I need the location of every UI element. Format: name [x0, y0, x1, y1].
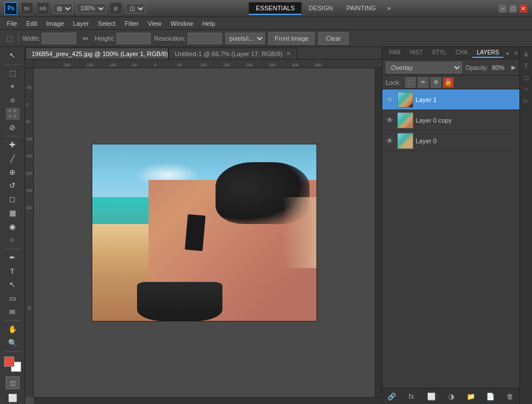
menu-window[interactable]: Window: [166, 19, 198, 28]
panel-tab-hist[interactable]: HIST: [405, 48, 428, 58]
layer-adjustment-button[interactable]: ◑: [445, 391, 457, 402]
menu-image[interactable]: Image: [42, 19, 69, 28]
edge-btn-2[interactable]: T: [521, 61, 531, 71]
foreground-color-swatch[interactable]: [4, 356, 14, 367]
workspace-painting[interactable]: PAINTING: [339, 2, 382, 15]
tool-notes[interactable]: ✉: [6, 305, 19, 318]
view-select[interactable]: ◫: [126, 3, 146, 14]
canvas-container[interactable]: [34, 68, 375, 397]
layer-item-2[interactable]: 👁 Layer 0 copy: [382, 110, 519, 131]
scrollbar-vertical[interactable]: [375, 68, 382, 397]
workspace-more[interactable]: »: [383, 2, 396, 15]
menu-filter[interactable]: Filter: [120, 19, 143, 28]
window-minimize[interactable]: −: [499, 5, 507, 13]
tool-zoom-tool[interactable]: 🔍: [6, 337, 19, 350]
color-swatches[interactable]: [4, 356, 21, 372]
lock-position-button[interactable]: ✒: [418, 77, 428, 88]
tool-arrow[interactable]: ↖: [6, 49, 19, 62]
menu-file[interactable]: File: [2, 19, 22, 28]
tool-healing[interactable]: ✚: [6, 139, 19, 151]
tool-type[interactable]: T: [6, 265, 19, 277]
tool-crop[interactable]: ⛶: [6, 108, 19, 120]
layer-2-visibility[interactable]: 👁: [385, 115, 395, 125]
tab-1[interactable]: 196854_prev_425.jpg @ 100% (Layer 1, RGB…: [25, 48, 169, 59]
pixels-select[interactable]: pixels/i...: [225, 33, 265, 44]
scrollbar-horizontal[interactable]: [34, 397, 382, 404]
tool-marquee-rect[interactable]: ⬚: [6, 67, 19, 80]
layer-delete-button[interactable]: 🗑: [504, 391, 516, 402]
panel-expand-left[interactable]: ◂: [503, 49, 511, 57]
layer-item-3[interactable]: 👁 Layer 0: [382, 131, 519, 151]
workspace-essentials[interactable]: ESSENTIALS: [249, 2, 302, 15]
resolution-input[interactable]: [187, 33, 222, 44]
layer-link-button[interactable]: 🔗: [386, 391, 397, 402]
menu-view[interactable]: View: [143, 19, 166, 28]
lock-move-button[interactable]: ✥: [431, 77, 441, 88]
height-input[interactable]: [116, 33, 151, 44]
layer-mask-button[interactable]: ⬜: [425, 391, 437, 402]
workspace-design[interactable]: DESIGN: [302, 2, 339, 15]
opacity-value: 80%: [492, 64, 508, 71]
layer-fx-button[interactable]: fx: [406, 391, 417, 402]
tab-2[interactable]: Untitled-1 @ 66.7% (Layer 17, RGB/8) ✕: [169, 48, 297, 59]
panel-tab-cha[interactable]: CHA: [451, 48, 472, 58]
edge-btn-1[interactable]: A: [521, 49, 531, 60]
screen-mode-tool[interactable]: ⬜: [6, 391, 19, 404]
menu-edit[interactable]: Edit: [22, 19, 42, 28]
menu-select[interactable]: Select: [93, 19, 120, 28]
lock-pixels-button[interactable]: ⬚: [405, 77, 416, 88]
ruler-v-tick: 150: [26, 154, 33, 158]
tool-pen[interactable]: ✒: [6, 252, 19, 264]
blend-mode-select[interactable]: Overlay Normal Multiply Screen: [386, 62, 462, 73]
tool-clone[interactable]: ⊕: [6, 166, 19, 178]
tool-separator-1: [4, 64, 21, 65]
layer-3-visibility[interactable]: 👁: [385, 136, 395, 146]
zoom-select[interactable]: 100% 50% 200%: [76, 3, 106, 14]
screen-mode-button[interactable]: ⊞: [109, 2, 122, 15]
front-image-button[interactable]: Front Image: [268, 32, 315, 45]
layer-group-button[interactable]: 📁: [465, 391, 476, 402]
ruler-tick: -200: [62, 63, 71, 67]
bikini-bottom-layer: [137, 282, 222, 321]
edge-btn-4[interactable]: ○: [521, 84, 531, 94]
panel-tab-layers[interactable]: LAYERS: [472, 48, 504, 58]
width-input[interactable]: [42, 33, 76, 44]
mini-button[interactable]: Mb: [37, 2, 49, 15]
layer-new-button[interactable]: 📄: [485, 391, 496, 402]
ruler-tick: 150: [223, 63, 230, 67]
tool-gradient[interactable]: ▦: [6, 207, 19, 219]
tool-eyedropper[interactable]: ⊘: [6, 121, 19, 134]
window-close[interactable]: ✕: [519, 5, 527, 13]
panel-tab-styl[interactable]: STYL: [428, 48, 451, 58]
menu-layer[interactable]: Layer: [68, 19, 93, 28]
clear-button[interactable]: Clear: [318, 32, 348, 45]
window-maximize[interactable]: □: [509, 5, 517, 13]
tool-path-selection[interactable]: ↖: [6, 279, 19, 291]
layer-item-1[interactable]: 👁 Layer 1: [382, 89, 519, 110]
tool-dodge[interactable]: ○: [6, 234, 19, 246]
bikini-tie: [185, 214, 206, 251]
panel-tab-par[interactable]: PAR: [385, 48, 405, 58]
opacity-arrow[interactable]: ▶: [511, 64, 516, 70]
tool-eraser[interactable]: ◻: [6, 193, 19, 206]
tool-history-brush[interactable]: ↺: [6, 179, 19, 192]
width-group: Width:: [22, 33, 76, 44]
quick-mask-button[interactable]: ◫: [6, 376, 19, 389]
tool-quick-select[interactable]: ⌾: [6, 94, 19, 107]
tab-2-close[interactable]: ✕: [286, 50, 291, 57]
arrange-select[interactable]: ▤: [53, 3, 73, 14]
edge-btn-3[interactable]: ◻: [521, 72, 531, 83]
tool-brush[interactable]: ╱: [6, 152, 19, 165]
edge-btn-5[interactable]: ▷: [521, 95, 531, 105]
layer-1-visibility[interactable]: 👁: [385, 95, 395, 105]
panel-expand-group: ◂ ≡: [503, 49, 520, 57]
tool-blur[interactable]: ◉: [6, 220, 19, 233]
layers-panel: Overlay Normal Multiply Screen Opacity: …: [382, 60, 519, 404]
lock-all-button[interactable]: 🔒: [443, 77, 453, 88]
menu-help[interactable]: Help: [198, 19, 220, 28]
ruler-tick: -50: [131, 63, 137, 67]
bridge-button[interactable]: Br: [21, 2, 33, 15]
tool-hand[interactable]: ✋: [6, 323, 19, 336]
tool-lasso[interactable]: ⌖: [6, 80, 19, 93]
tool-rectangle[interactable]: ▭: [6, 292, 19, 305]
